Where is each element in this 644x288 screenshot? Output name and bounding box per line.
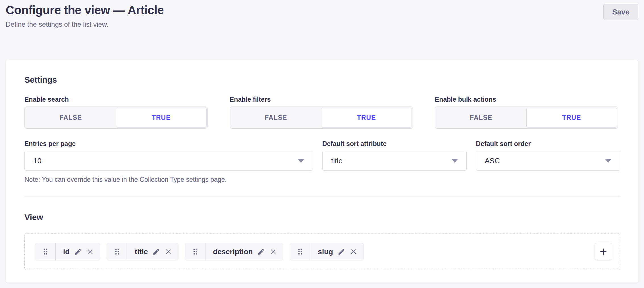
entries-per-page-label: Entries per page <box>24 139 313 148</box>
settings-section: Settings Enable search FALSE TRUE Enable… <box>24 75 620 184</box>
entries-per-page-value: 10 <box>33 156 41 165</box>
field-layout-drop-area: id <box>24 233 620 270</box>
enable-filters-field: Enable filters FALSE TRUE <box>230 95 415 129</box>
plus-icon <box>599 247 608 256</box>
pencil-icon <box>74 248 82 256</box>
page-subtitle: Define the settings of the list view. <box>6 20 638 29</box>
enable-filters-false-option[interactable]: FALSE <box>231 108 321 128</box>
drag-handle-icon[interactable] <box>107 243 127 260</box>
default-sort-attribute-value: title <box>331 156 342 165</box>
configuration-card: Settings Enable search FALSE TRUE Enable… <box>6 60 638 283</box>
field-chip-id[interactable]: id <box>35 243 100 260</box>
drag-handle-icon[interactable] <box>185 243 205 260</box>
close-icon <box>86 248 94 255</box>
field-chip-label: description <box>213 247 253 256</box>
field-chip-label: id <box>63 247 70 256</box>
default-sort-attribute-select[interactable]: title <box>322 151 467 171</box>
edit-field-button[interactable] <box>257 248 265 256</box>
toggles-row: Enable search FALSE TRUE Enable filters … <box>24 95 620 129</box>
chevron-down-icon <box>298 159 304 163</box>
close-icon <box>350 248 357 255</box>
default-sort-order-select[interactable]: ASC <box>476 151 620 171</box>
remove-field-button[interactable] <box>86 248 94 255</box>
default-sort-attribute-label: Default sort attribute <box>322 139 467 148</box>
field-chip-description[interactable]: description <box>185 243 283 260</box>
remove-field-button[interactable] <box>269 248 277 255</box>
default-sort-order-field: Default sort order ASC <box>476 139 620 184</box>
drag-dots-icon <box>192 247 198 256</box>
entries-per-page-field: Entries per page 10 Note: You can overri… <box>24 139 313 184</box>
chevron-down-icon <box>605 159 611 163</box>
edit-field-button[interactable] <box>74 248 82 256</box>
remove-field-button[interactable] <box>350 248 357 255</box>
enable-filters-label: Enable filters <box>230 95 415 104</box>
enable-search-false-option[interactable]: FALSE <box>26 108 116 128</box>
drag-dots-icon <box>297 247 303 256</box>
enable-filters-toggle[interactable]: FALSE TRUE <box>230 107 413 129</box>
view-section: View id <box>24 212 620 270</box>
drag-dots-icon <box>114 247 120 256</box>
pencil-icon <box>338 248 345 256</box>
enable-search-label: Enable search <box>24 95 210 104</box>
field-chip-label: slug <box>318 247 333 256</box>
close-icon <box>165 248 172 255</box>
default-sort-order-label: Default sort order <box>476 139 620 148</box>
drag-handle-icon[interactable] <box>290 243 310 260</box>
pencil-icon <box>257 248 265 256</box>
entries-per-page-select[interactable]: 10 <box>24 151 313 171</box>
entries-per-page-note: Note: You can override this value in the… <box>24 175 313 184</box>
enable-bulk-actions-true-option[interactable]: TRUE <box>526 108 617 128</box>
enable-bulk-actions-false-option[interactable]: FALSE <box>436 108 526 128</box>
field-chip-title[interactable]: title <box>107 243 178 260</box>
enable-search-toggle[interactable]: FALSE TRUE <box>24 107 208 129</box>
edit-field-button[interactable] <box>152 248 160 256</box>
field-chip-label: title <box>135 247 148 256</box>
settings-heading: Settings <box>24 75 620 85</box>
drag-dots-icon <box>43 247 48 256</box>
enable-search-true-option[interactable]: TRUE <box>116 108 207 128</box>
enable-search-field: Enable search FALSE TRUE <box>24 95 210 129</box>
default-sort-attribute-field: Default sort attribute title <box>322 139 467 184</box>
page-header: Configure the view — Article Define the … <box>0 0 644 29</box>
enable-filters-true-option[interactable]: TRUE <box>321 108 412 128</box>
enable-bulk-actions-toggle[interactable]: FALSE TRUE <box>435 107 618 129</box>
edit-field-button[interactable] <box>338 248 345 256</box>
close-icon <box>269 248 277 255</box>
save-button[interactable]: Save <box>603 4 638 20</box>
field-chip-slug[interactable]: slug <box>290 243 363 260</box>
enable-bulk-actions-label: Enable bulk actions <box>435 95 620 104</box>
drag-handle-icon[interactable] <box>35 243 56 260</box>
page-title: Configure the view — Article <box>6 3 638 18</box>
remove-field-button[interactable] <box>165 248 172 255</box>
selects-row: Entries per page 10 Note: You can overri… <box>24 139 620 184</box>
section-divider <box>24 196 620 197</box>
add-field-button[interactable] <box>595 243 612 260</box>
pencil-icon <box>152 248 160 256</box>
enable-bulk-actions-field: Enable bulk actions FALSE TRUE <box>435 95 620 129</box>
default-sort-order-value: ASC <box>485 156 500 165</box>
chevron-down-icon <box>452 159 458 163</box>
view-heading: View <box>24 212 620 222</box>
